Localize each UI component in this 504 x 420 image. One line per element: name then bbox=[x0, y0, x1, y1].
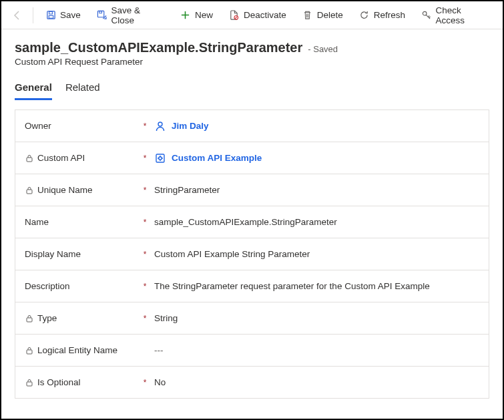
refresh-button[interactable]: Refresh bbox=[352, 6, 412, 25]
svg-rect-14 bbox=[27, 382, 32, 386]
svg-rect-8 bbox=[27, 158, 32, 162]
field-label: Is Optional bbox=[37, 377, 81, 387]
name-value: sample_CustomAPIExample.StringParameter bbox=[154, 217, 337, 227]
save-close-button[interactable]: Save & Close bbox=[90, 1, 171, 29]
lock-icon bbox=[25, 346, 33, 355]
field-description[interactable]: Description * The StringParameter reques… bbox=[15, 270, 489, 302]
arrow-left-icon bbox=[12, 10, 23, 21]
page-title: sample_CustomAPIExample.StringParameter bbox=[15, 40, 302, 55]
check-access-button[interactable]: Check Access bbox=[415, 1, 497, 29]
field-is-optional[interactable]: Is Optional * No bbox=[15, 367, 489, 399]
lock-icon bbox=[25, 378, 33, 387]
entity-icon bbox=[154, 152, 166, 164]
required-mark: * bbox=[140, 122, 150, 131]
lock-icon bbox=[25, 314, 33, 323]
form-tabs: General Related bbox=[1, 71, 503, 100]
required-mark: * bbox=[140, 282, 150, 291]
person-icon bbox=[154, 120, 166, 132]
deactivate-label: Deactivate bbox=[244, 10, 286, 20]
unique-name-value: StringParameter bbox=[154, 185, 220, 195]
logical-entity-name-value: --- bbox=[154, 345, 164, 355]
custom-api-value[interactable]: Custom API Example bbox=[172, 153, 262, 163]
field-custom-api[interactable]: Custom API * Custom API Example bbox=[15, 142, 489, 174]
lock-icon bbox=[25, 154, 33, 162]
field-name[interactable]: Name * sample_CustomAPIExample.StringPar… bbox=[15, 206, 489, 238]
svg-rect-13 bbox=[27, 350, 32, 354]
field-label: Logical Entity Name bbox=[37, 345, 117, 355]
field-owner[interactable]: Owner * Jim Daly bbox=[15, 110, 489, 142]
field-unique-name[interactable]: Unique Name * StringParameter bbox=[15, 174, 489, 206]
form-section: Owner * Jim Daly Custom API * bbox=[15, 110, 489, 399]
delete-label: Delete bbox=[317, 10, 343, 20]
is-optional-value: No bbox=[154, 377, 166, 387]
svg-rect-0 bbox=[47, 11, 54, 19]
description-value: The StringParameter request parameter fo… bbox=[154, 281, 430, 291]
save-button[interactable]: Save bbox=[39, 6, 87, 25]
svg-rect-11 bbox=[27, 190, 32, 194]
field-label: Owner bbox=[25, 121, 51, 131]
tab-general[interactable]: General bbox=[15, 77, 52, 100]
field-label: Type bbox=[37, 313, 57, 323]
svg-rect-1 bbox=[49, 11, 52, 14]
svg-rect-12 bbox=[27, 318, 32, 322]
save-close-label: Save & Close bbox=[111, 5, 164, 25]
key-icon bbox=[421, 10, 432, 21]
delete-button[interactable]: Delete bbox=[296, 6, 350, 25]
saved-status: - Saved bbox=[308, 44, 338, 54]
field-label: Unique Name bbox=[37, 185, 93, 195]
field-display-name[interactable]: Display Name * Custom API Example String… bbox=[15, 238, 489, 270]
refresh-icon bbox=[359, 10, 370, 21]
plus-icon bbox=[180, 10, 191, 21]
svg-rect-9 bbox=[156, 154, 164, 162]
deactivate-button[interactable]: Deactivate bbox=[222, 6, 293, 25]
required-mark: * bbox=[140, 218, 150, 227]
command-bar: Save Save & Close New Deactivate Delete … bbox=[1, 1, 503, 29]
form-body: Owner * Jim Daly Custom API * bbox=[1, 100, 503, 399]
field-label: Custom API bbox=[37, 153, 85, 163]
new-button[interactable]: New bbox=[174, 6, 220, 25]
lock-icon bbox=[25, 186, 33, 194]
save-close-icon bbox=[97, 10, 107, 21]
owner-value[interactable]: Jim Daly bbox=[172, 121, 209, 131]
trash-icon bbox=[302, 10, 313, 21]
field-label: Description bbox=[25, 281, 70, 291]
svg-rect-4 bbox=[99, 11, 102, 13]
svg-point-10 bbox=[159, 156, 162, 159]
save-label: Save bbox=[60, 10, 81, 20]
required-mark: * bbox=[140, 314, 150, 323]
new-label: New bbox=[195, 10, 213, 20]
svg-rect-3 bbox=[98, 11, 104, 17]
required-mark: * bbox=[140, 378, 150, 387]
display-name-value: Custom API Example String Parameter bbox=[154, 249, 310, 259]
field-label: Display Name bbox=[25, 249, 81, 259]
tab-related[interactable]: Related bbox=[65, 77, 100, 100]
type-value: String bbox=[154, 313, 178, 323]
refresh-label: Refresh bbox=[374, 10, 405, 20]
save-icon bbox=[45, 10, 56, 21]
check-access-label: Check Access bbox=[436, 5, 491, 25]
entity-name: Custom API Request Parameter bbox=[15, 57, 489, 67]
deactivate-icon bbox=[229, 10, 240, 21]
toolbar-divider bbox=[33, 7, 33, 23]
field-type[interactable]: Type * String bbox=[15, 302, 489, 335]
svg-rect-2 bbox=[49, 15, 53, 18]
required-mark: * bbox=[140, 186, 150, 195]
field-label: Name bbox=[25, 217, 49, 227]
svg-point-7 bbox=[158, 122, 162, 126]
back-button[interactable] bbox=[7, 5, 27, 26]
field-logical-entity-name[interactable]: Logical Entity Name --- bbox=[15, 335, 489, 367]
required-mark: * bbox=[140, 154, 150, 163]
required-mark: * bbox=[140, 250, 150, 259]
page-header: sample_CustomAPIExample.StringParameter … bbox=[1, 29, 503, 71]
